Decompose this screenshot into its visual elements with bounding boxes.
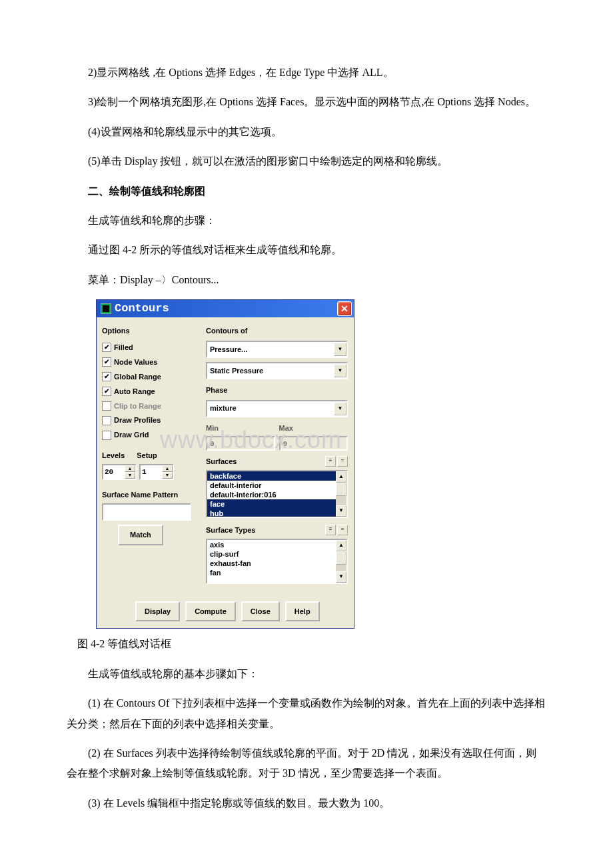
paragraph: 2)显示网格线 ,在 Options 选择 Edges，在 Edge Type …	[67, 63, 546, 83]
paragraph: 3)绘制一个网格填充图形,在 Options 选择 Faces。显示选中面的网格…	[67, 92, 546, 112]
titlebar[interactable]: Contours ✕	[97, 300, 354, 317]
dialog-title: Contours	[115, 298, 169, 319]
dropdown-value: Static Pressure	[210, 364, 263, 378]
select-all-icon[interactable]: ≡	[325, 456, 336, 467]
display-button[interactable]: Display	[135, 601, 180, 622]
min-label: Min	[206, 421, 275, 435]
scroll-thumb[interactable]	[336, 483, 346, 496]
levels-spinner[interactable]: ▲▼	[102, 464, 137, 480]
levels-input[interactable]	[103, 465, 125, 479]
contours-category-dropdown[interactable]: Pressure...▼	[206, 341, 348, 358]
spin-up-icon[interactable]: ▲	[125, 465, 135, 472]
list-item[interactable]: backface	[207, 471, 336, 481]
surface-types-listbox[interactable]: axis clip-surf exhaust-fan fan ▲ ▼	[206, 539, 348, 584]
help-button[interactable]: Help	[285, 601, 320, 622]
paragraph: 菜单：Display –〉Contours...	[67, 270, 546, 290]
setup-input[interactable]	[141, 465, 162, 479]
checkbox-label: Auto Range	[114, 385, 155, 399]
surfaces-label: Surfaces	[206, 455, 237, 469]
surface-name-pattern-label: Surface Name Pattern	[102, 488, 198, 502]
surface-name-pattern-input[interactable]	[102, 503, 191, 521]
surface-types-label: Surface Types	[206, 523, 255, 537]
checkbox-label: Clip to Range	[114, 399, 161, 413]
scrollbar[interactable]: ▲ ▼	[336, 540, 346, 583]
deselect-all-icon[interactable]: =	[337, 456, 348, 467]
paragraph: (2) 在 Surfaces 列表中选择待绘制等值线或轮廓的平面。对于 2D 情…	[67, 743, 546, 784]
list-item[interactable]: exhaust-fan	[207, 559, 336, 568]
setup-spinner[interactable]: ▲▼	[139, 464, 174, 480]
surfaces-listbox[interactable]: backface default-interior default-interi…	[206, 470, 348, 518]
list-item[interactable]: clip-surf	[207, 549, 336, 559]
checkbox-label: Draw Profiles	[114, 413, 161, 427]
checkbox-draw-grid[interactable]: Draw Grid	[102, 428, 198, 442]
phase-dropdown[interactable]: mixture▼	[206, 400, 348, 417]
close-button[interactable]: Close	[241, 601, 280, 622]
contours-of-label: Contours of	[206, 324, 348, 338]
checkbox-filled[interactable]: Filled	[102, 341, 198, 355]
checkbox-node-values[interactable]: Node Values	[102, 355, 198, 369]
scroll-up-icon[interactable]: ▲	[336, 540, 346, 551]
paragraph: (1) 在 Contours Of 下拉列表框中选择一个变量或函数作为绘制的对象…	[67, 693, 546, 734]
chevron-down-icon: ▼	[334, 364, 346, 377]
checkbox-label: Filled	[114, 341, 133, 355]
spin-down-icon[interactable]: ▼	[125, 472, 135, 479]
paragraph: 通过图 4-2 所示的等值线对话框来生成等值线和轮廓。	[67, 240, 546, 260]
figure-caption: 图 4-2 等值线对话框	[67, 634, 546, 654]
list-item[interactable]: fan	[207, 568, 336, 577]
deselect-all-icon[interactable]: =	[337, 525, 348, 535]
contours-dialog: Contours ✕ Options Filled Node Values Gl…	[96, 299, 354, 629]
scroll-up-icon[interactable]: ▲	[336, 471, 346, 483]
paragraph: (5)单击 Display 按钮，就可以在激活的图形窗口中绘制选定的网格和轮廓线…	[67, 151, 546, 171]
dropdown-value: mixture	[210, 401, 237, 415]
paragraph: (4)设置网格和轮廓线显示中的其它选项。	[67, 122, 546, 142]
max-label: Max	[279, 421, 348, 435]
scroll-down-icon[interactable]: ▼	[336, 571, 346, 583]
phase-label: Phase	[206, 383, 348, 397]
checkbox-global-range[interactable]: Global Range	[102, 370, 198, 384]
compute-button[interactable]: Compute	[185, 601, 236, 622]
chevron-down-icon: ▼	[334, 343, 346, 356]
checkbox-draw-profiles[interactable]: Draw Profiles	[102, 413, 198, 427]
paragraph: 生成等值线和轮廓的步骤：	[67, 211, 546, 231]
list-item[interactable]: default-interior:016	[207, 490, 336, 499]
options-label: Options	[102, 324, 198, 338]
chevron-down-icon: ▼	[334, 402, 346, 415]
list-item[interactable]: axis	[207, 540, 336, 549]
levels-label: Levels	[102, 449, 125, 463]
section-heading: 二、绘制等值线和轮廓图	[67, 181, 546, 201]
list-item[interactable]: default-interior	[207, 481, 336, 490]
checkbox-label: Draw Grid	[114, 428, 149, 442]
paragraph: 生成等值线或轮廓的基本步骤如下：	[67, 664, 546, 684]
app-icon	[101, 303, 111, 314]
scroll-down-icon[interactable]: ▼	[336, 505, 346, 517]
close-icon[interactable]: ✕	[337, 301, 352, 316]
spin-up-icon[interactable]: ▲	[162, 465, 173, 472]
setup-label: Setup	[137, 449, 157, 463]
paragraph: (3) 在 Levels 编辑框中指定轮廓或等值线的数目。最大数为 100。	[67, 793, 546, 813]
scrollbar[interactable]: ▲ ▼	[336, 471, 346, 517]
spin-down-icon[interactable]: ▼	[162, 472, 173, 479]
dropdown-value: Pressure...	[210, 343, 247, 357]
select-all-icon[interactable]: ≡	[325, 525, 336, 535]
contours-variable-dropdown[interactable]: Static Pressure▼	[206, 362, 348, 379]
scroll-thumb[interactable]	[336, 551, 346, 565]
match-button[interactable]: Match	[118, 525, 163, 545]
list-item[interactable]: face	[207, 499, 336, 509]
checkbox-label: Node Values	[114, 355, 157, 369]
max-value: 0	[279, 436, 348, 451]
checkbox-auto-range[interactable]: Auto Range	[102, 385, 198, 399]
list-item[interactable]: hub	[207, 509, 336, 517]
checkbox-label: Global Range	[114, 370, 161, 384]
checkbox-clip-to-range: Clip to Range	[102, 399, 198, 413]
min-value: 0	[206, 436, 275, 451]
